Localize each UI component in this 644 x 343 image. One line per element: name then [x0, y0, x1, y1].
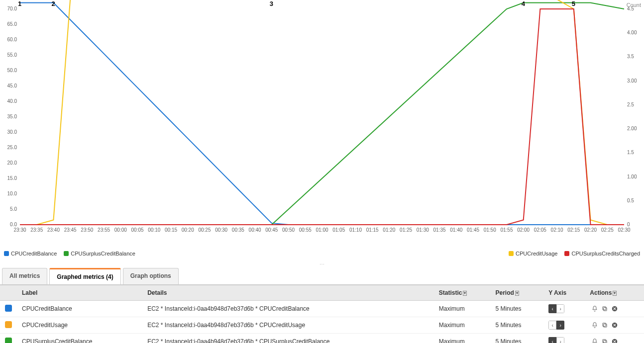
- series-color-chip[interactable]: [5, 338, 12, 343]
- svg-text:60.0: 60.0: [7, 37, 17, 42]
- metric-label[interactable]: CPUCreditBalance: [17, 301, 142, 317]
- svg-text:3.5: 3.5: [627, 54, 634, 59]
- svg-text:50.0: 50.0: [7, 68, 17, 73]
- svg-text:23:35: 23:35: [30, 227, 43, 233]
- col-yaxis[interactable]: Y Axis: [543, 285, 585, 301]
- yaxis-toggle[interactable]: ‹›: [548, 337, 564, 343]
- metric-label[interactable]: CPUCreditUsage: [17, 317, 142, 334]
- remove-icon[interactable]: [611, 305, 618, 312]
- svg-text:25.0: 25.0: [7, 145, 17, 150]
- svg-text:00:50: 00:50: [282, 227, 295, 233]
- svg-text:15.0: 15.0: [7, 175, 17, 181]
- yaxis-toggle[interactable]: ‹›: [548, 304, 564, 313]
- tab-all-metrics[interactable]: All metrics: [2, 268, 47, 284]
- chart-annotation: 3: [270, 0, 273, 7]
- legend-item[interactable]: CPUSurplusCreditsCharged: [564, 251, 640, 257]
- remove-icon[interactable]: [611, 322, 618, 329]
- svg-text:01:20: 01:20: [383, 227, 395, 233]
- svg-rect-63: [604, 308, 607, 311]
- tab-graphed-metrics[interactable]: Graphed metrics (4): [49, 268, 120, 284]
- svg-text:00:00: 00:00: [114, 227, 127, 233]
- metric-statistic[interactable]: Maximum: [434, 317, 491, 334]
- legend-item[interactable]: CPUCreditUsage: [509, 251, 557, 257]
- svg-text:01:05: 01:05: [332, 227, 345, 233]
- svg-text:00:30: 00:30: [215, 227, 227, 233]
- line-chart[interactable]: 0.05.010.015.020.025.030.035.040.045.050…: [0, 0, 644, 239]
- table-row: CPUCreditBalanceEC2 * InstanceId:i-0aa4b…: [0, 301, 644, 317]
- legend-swatch: [564, 251, 569, 256]
- col-period[interactable]: Period▾: [490, 285, 543, 301]
- svg-text:02:00: 02:00: [517, 227, 530, 233]
- bell-icon[interactable]: [591, 338, 598, 343]
- metric-label[interactable]: CPUSurplusCreditBalance: [17, 334, 142, 343]
- svg-text:01:30: 01:30: [417, 227, 429, 233]
- metric-statistic[interactable]: Maximum: [434, 301, 491, 317]
- col-actions[interactable]: Actions▾: [585, 285, 644, 301]
- remove-icon[interactable]: [611, 338, 618, 343]
- legend-item[interactable]: CPUSurplusCreditBalance: [64, 251, 135, 257]
- svg-text:00:35: 00:35: [232, 227, 244, 233]
- metric-actions: [585, 317, 644, 334]
- svg-rect-67: [603, 323, 606, 326]
- svg-text:00:55: 00:55: [299, 227, 312, 233]
- svg-point-71: [612, 339, 618, 343]
- svg-text:01:45: 01:45: [467, 227, 479, 233]
- bell-icon[interactable]: [591, 322, 598, 329]
- metrics-table: Label Details Statistic▾ Period▾ Y Axis …: [0, 285, 644, 343]
- svg-text:00:40: 00:40: [249, 227, 261, 233]
- svg-text:00:10: 00:10: [148, 227, 160, 233]
- col-details[interactable]: Details: [142, 285, 434, 301]
- chart-annotation: 4: [522, 0, 525, 7]
- svg-text:0: 0: [627, 222, 630, 227]
- dropdown-icon: ▾: [515, 291, 519, 296]
- svg-text:01:35: 01:35: [433, 227, 446, 233]
- legend-swatch: [509, 251, 514, 256]
- chart-annotation: 2: [51, 0, 55, 7]
- svg-text:5.0: 5.0: [10, 206, 17, 212]
- table-row: CPUCreditUsageEC2 * InstanceId:i-0aa4b94…: [0, 317, 644, 334]
- svg-text:20.0: 20.0: [7, 160, 17, 166]
- right-axis-title: Count: [627, 2, 641, 8]
- svg-text:35.0: 35.0: [7, 114, 17, 119]
- legend-item[interactable]: CPUCreditBalance: [4, 251, 57, 257]
- chart-area[interactable]: 0.05.010.015.020.025.030.035.040.045.050…: [0, 0, 644, 249]
- svg-text:23:40: 23:40: [47, 227, 60, 233]
- copy-icon[interactable]: [601, 305, 608, 312]
- copy-icon[interactable]: [601, 338, 608, 343]
- svg-text:01:25: 01:25: [400, 227, 412, 233]
- metric-details: EC2 * InstanceId:i-0aa4b948d7eb37d6b * C…: [142, 317, 434, 334]
- svg-text:1.5: 1.5: [627, 150, 634, 155]
- metric-period[interactable]: 5 Minutes: [490, 334, 543, 343]
- svg-text:02:25: 02:25: [601, 227, 614, 233]
- col-label[interactable]: Label: [17, 285, 142, 301]
- col-statistic[interactable]: Statistic▾: [434, 285, 491, 301]
- svg-text:10.0: 10.0: [7, 191, 17, 196]
- svg-text:4.00: 4.00: [627, 30, 637, 35]
- svg-text:01:00: 01:00: [316, 227, 328, 233]
- svg-text:23:55: 23:55: [98, 227, 110, 233]
- dropdown-icon: ▾: [613, 291, 617, 296]
- svg-rect-69: [604, 341, 607, 343]
- metric-details: EC2 * InstanceId:i-0aa4b948d7eb37d6b * C…: [142, 301, 434, 317]
- svg-text:01:40: 01:40: [450, 227, 462, 233]
- yaxis-toggle[interactable]: ‹›: [548, 321, 564, 330]
- svg-text:00:05: 00:05: [131, 227, 144, 233]
- metric-period[interactable]: 5 Minutes: [490, 317, 543, 334]
- svg-text:0.0: 0.0: [10, 222, 17, 227]
- copy-icon[interactable]: [601, 322, 608, 329]
- tab-graph-options[interactable]: Graph options: [123, 268, 179, 284]
- bell-icon[interactable]: [591, 305, 598, 312]
- metric-period[interactable]: 5 Minutes: [490, 301, 543, 317]
- series-color-chip[interactable]: [5, 321, 12, 328]
- svg-text:2.5: 2.5: [627, 102, 634, 107]
- metric-statistic[interactable]: Maximum: [434, 334, 491, 343]
- svg-text:00:25: 00:25: [198, 227, 211, 233]
- svg-text:01:55: 01:55: [500, 227, 513, 233]
- tabs-bar: All metrics Graphed metrics (4) Graph op…: [0, 268, 644, 285]
- svg-text:3.00: 3.00: [627, 78, 637, 84]
- svg-text:00:15: 00:15: [165, 227, 177, 233]
- series-color-chip[interactable]: [5, 305, 12, 312]
- svg-text:02:15: 02:15: [567, 227, 580, 233]
- resize-grip-icon[interactable]: ⋯: [0, 260, 644, 268]
- svg-rect-66: [604, 324, 607, 327]
